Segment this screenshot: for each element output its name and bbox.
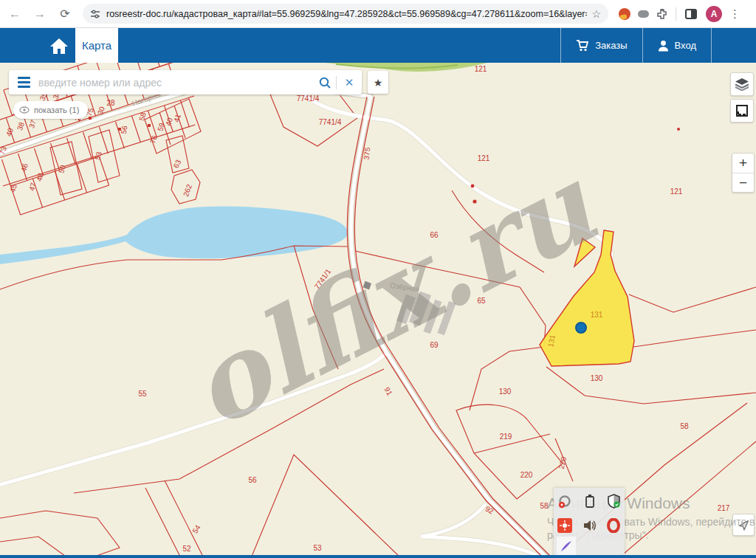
forward-icon[interactable]: → [30,4,50,24]
parcel-label: 220 [520,471,533,479]
address-bar[interactable]: rosreestr-doc.ru/кадастровая_карта#lat=5… [83,4,608,24]
extension-icon-2[interactable] [638,10,649,18]
home-icon [49,37,69,55]
extent-icon [735,104,749,117]
system-tray-popup [554,488,625,558]
tray-opera-icon[interactable] [604,516,623,535]
parcel-label: 69 [430,341,438,349]
tray-sync-icon[interactable] [555,492,574,512]
parcel-label: 58 [540,502,548,510]
layers-icon [735,78,749,91]
zoom-control: + − [732,153,755,193]
tab-map[interactable]: Карта [75,28,118,63]
parcel-label: 28 [106,99,114,107]
parcel-label: 375 [362,147,372,160]
show-results-button[interactable]: показать (1) [13,101,88,119]
orders-button[interactable]: Заказы [560,28,642,63]
parcel-label: 7741/4 [297,94,320,103]
search-icon[interactable] [314,76,336,89]
parcel-label: 121 [670,187,683,196]
tray-device-icon[interactable] [580,492,599,511]
site-header: Карта Заказы Вход [0,28,756,63]
extension-icon[interactable] [619,8,630,20]
clear-search-icon[interactable]: ✕ [337,76,362,89]
parcel-label: 53 [313,544,321,552]
parcel-label: 219 [500,433,512,441]
search-bar: ✕ [9,70,362,94]
orders-label: Заказы [595,40,627,51]
menu-kebab-icon[interactable]: ⋮ [729,7,740,21]
reload-icon[interactable]: ⟳ [55,4,75,24]
parcel-label: 56 [120,125,129,135]
site-settings-icon[interactable] [90,9,100,19]
browser-toolbar: ← → ⟳ rosreestr-doc.ru/кадастровая_карта… [0,0,756,28]
extensions-puzzle-icon[interactable] [656,8,668,20]
page-footer-edge [0,555,756,558]
selected-parcel-marker[interactable] [575,322,587,334]
parcel-label: 121 [475,65,487,73]
home-button[interactable] [43,28,75,63]
map-art [0,63,756,558]
cart-icon [576,40,589,52]
bookmark-star-icon[interactable]: ☆ [591,8,601,20]
locate-arrow-icon [738,519,750,531]
menu-hamburger-icon[interactable] [9,70,38,94]
eye-icon [19,106,30,114]
parcel-label: 56 [248,476,256,484]
parcel-label: 58 [680,422,688,430]
parcel-label: 55 [138,390,146,398]
zoom-in-button[interactable]: + [732,154,754,173]
parcel-label: 217 [718,504,730,512]
toolbar-divider [676,7,676,21]
tray-security-shield-icon[interactable] [604,492,623,511]
locate-me-button[interactable] [732,514,755,536]
parcel-label: 66 [430,231,438,239]
login-button[interactable]: Вход [642,28,712,63]
tray-record-icon[interactable] [555,516,574,535]
map-canvas[interactable]: olfix.ru НагорнаяОзёрная3534282617530585… [0,63,756,558]
parcel-label: 52 [182,545,190,553]
layers-button[interactable] [730,72,754,96]
back-icon[interactable]: ← [4,4,25,24]
parcel-label: 131 [591,311,603,319]
side-panel-icon[interactable] [685,9,697,19]
parcel-label: 65 [477,297,485,305]
zoom-out-button[interactable]: − [732,173,754,193]
login-label: Вход [675,40,696,51]
parcel-label: 121 [478,154,490,162]
tray-volume-icon[interactable] [580,516,599,535]
extent-button[interactable] [730,99,754,123]
search-input[interactable] [38,77,314,89]
favorites-button[interactable]: ★ [368,71,388,94]
screen: ← → ⟳ rosreestr-doc.ru/кадастровая_карта… [0,0,756,558]
tray-pen-icon[interactable] [557,537,576,556]
parcel-label: 130 [499,388,512,396]
user-icon [658,40,669,52]
profile-avatar[interactable]: A [706,6,722,22]
parcel-label: 130 [591,374,603,382]
show-results-label: показать (1) [34,106,79,114]
url-text: rosreestr-doc.ru/кадастровая_карта#lat=5… [106,9,587,19]
parcel-label: 7741/4 [319,118,342,126]
